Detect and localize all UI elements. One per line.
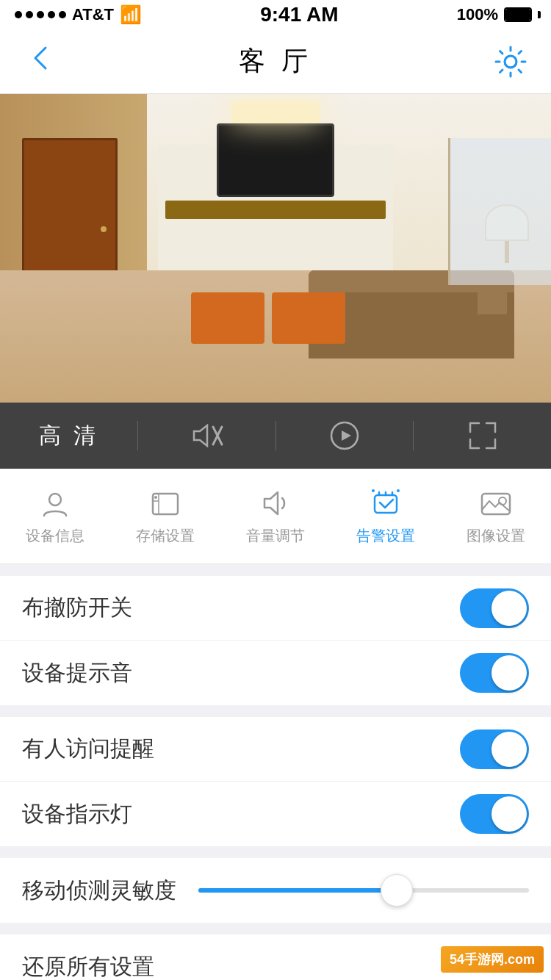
svg-point-9	[154, 496, 157, 499]
wifi-icon: 📶	[120, 4, 142, 25]
sensitivity-slider-thumb[interactable]	[381, 874, 413, 907]
nav-bar: 客 厅	[0, 29, 551, 94]
signal-bars	[15, 11, 66, 18]
svg-point-11	[372, 489, 375, 492]
settings-button[interactable]	[492, 43, 529, 80]
svg-point-7	[49, 494, 61, 505]
sensitivity-label: 移动侦测灵敏度	[22, 876, 176, 906]
status-right: 100%	[457, 5, 536, 24]
arm-switch-row: 布撤防开关	[0, 576, 551, 641]
hd-button[interactable]: 高 清	[0, 421, 137, 451]
tab-alarm[interactable]: 告警设置	[331, 486, 441, 546]
arm-switch-label: 布撤防开关	[22, 593, 132, 623]
svg-point-1	[505, 56, 516, 68]
tab-image-label: 图像设置	[467, 526, 525, 546]
settings-section-2: 有人访问提醒 设备指示灯	[0, 717, 551, 846]
svg-point-12	[397, 489, 400, 492]
device-beep-row: 设备提示音	[0, 641, 551, 705]
sensitivity-slider-track[interactable]	[198, 888, 529, 893]
battery-label: 100%	[457, 5, 498, 24]
watermark: 54手游网.com	[441, 946, 544, 973]
arm-switch-toggle[interactable]	[460, 588, 529, 628]
tab-device-info[interactable]: 设备信息	[0, 486, 110, 546]
tab-device-info-label: 设备信息	[26, 526, 84, 546]
back-button[interactable]	[22, 35, 59, 88]
tab-alarm-label: 告警设置	[356, 526, 415, 546]
svg-marker-5	[342, 430, 351, 441]
visitor-alert-label: 有人访问提醒	[22, 734, 154, 764]
room-scene	[0, 94, 551, 403]
tab-image[interactable]: 图像设置	[441, 486, 551, 546]
status-left: AT&T 📶	[15, 4, 142, 25]
reset-label: 还原所有设置	[22, 952, 154, 981]
camera-view	[0, 94, 551, 403]
icon-tabs: 设备信息 存储设置 音量调节 告警设置	[0, 469, 551, 564]
svg-point-14	[499, 497, 506, 505]
page-title: 客 厅	[239, 43, 312, 79]
sensitivity-row: 移动侦测灵敏度	[0, 858, 551, 923]
settings-section-1: 布撤防开关 设备提示音	[0, 576, 551, 705]
battery-icon	[504, 7, 536, 23]
sensitivity-slider-fill	[198, 888, 397, 893]
device-led-row: 设备指示灯	[0, 782, 551, 846]
status-bar: AT&T 📶 9:41 AM 100%	[0, 0, 551, 29]
settings-section-3: 移动侦测灵敏度	[0, 858, 551, 923]
tab-volume-label: 音量调节	[246, 526, 305, 546]
visitor-alert-row: 有人访问提醒	[0, 717, 551, 782]
video-controls: 高 清	[0, 403, 551, 469]
svg-rect-10	[375, 495, 397, 513]
fullscreen-button[interactable]	[414, 417, 551, 454]
playback-button[interactable]	[276, 417, 414, 454]
device-beep-label: 设备提示音	[22, 658, 132, 688]
tab-storage-label: 存储设置	[136, 526, 195, 546]
device-led-toggle[interactable]	[460, 794, 529, 834]
device-led-label: 设备指示灯	[22, 799, 132, 829]
tab-volume[interactable]: 音量调节	[220, 486, 331, 546]
carrier-label: AT&T	[72, 5, 114, 24]
visitor-alert-toggle[interactable]	[460, 729, 529, 769]
status-time: 9:41 AM	[260, 3, 338, 26]
mute-button[interactable]	[138, 421, 276, 450]
tab-storage[interactable]: 存储设置	[110, 486, 220, 546]
device-beep-toggle[interactable]	[460, 653, 529, 693]
